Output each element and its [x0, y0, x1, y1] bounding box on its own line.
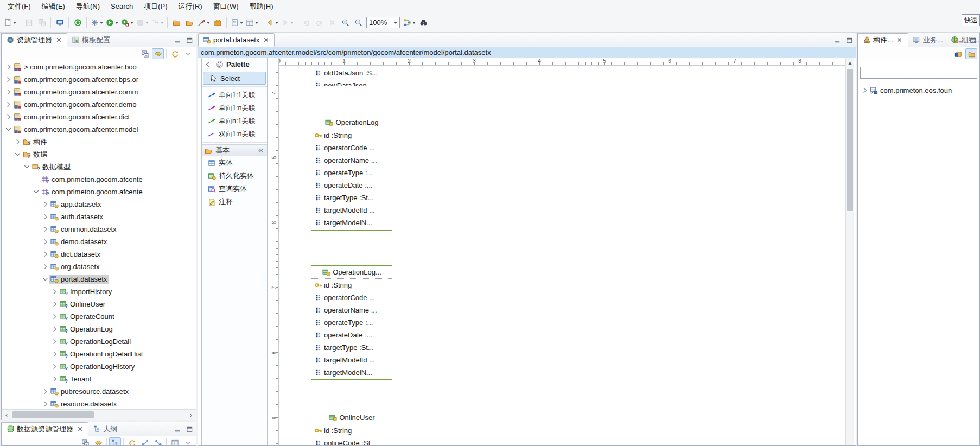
chevron-right-icon[interactable]	[50, 350, 59, 358]
hscroll-thumb[interactable]	[12, 411, 94, 418]
new-button[interactable]	[2, 16, 17, 29]
canvas-vscrollbar[interactable]: ▲	[845, 58, 854, 445]
deploy-button[interactable]	[196, 16, 211, 29]
chevron-right-icon[interactable]	[41, 213, 49, 221]
open-form-button[interactable]	[244, 16, 259, 29]
right-tab-0[interactable]: 构件...	[858, 33, 908, 47]
chevron-right-icon[interactable]	[41, 263, 49, 271]
palette-tool-0[interactable]: 实体	[202, 156, 267, 169]
back-button[interactable]	[92, 437, 104, 446]
new-datasource-button[interactable]	[126, 437, 138, 446]
dropdown-caret-icon[interactable]	[275, 22, 278, 26]
relation-tool-0[interactable]: 单向1:1关联	[202, 88, 267, 101]
menu-item-help[interactable]: 帮助(H)	[244, 0, 279, 13]
zoom-level-select[interactable]: 100%	[366, 17, 400, 28]
view-menu-button[interactable]	[182, 437, 194, 446]
tree-item[interactable]: ?com.primeton.gocom.afcente	[2, 186, 196, 198]
chevron-down-icon[interactable]	[13, 150, 22, 158]
right-tab-1[interactable]: 业务...	[908, 33, 947, 47]
chevron-down-icon[interactable]	[31, 188, 40, 196]
collapse-palette-icon[interactable]	[204, 60, 212, 68]
entity-OnlineUser[interactable]: OnlineUserid :StringonlineCode :St	[311, 411, 392, 445]
dropdown-caret-icon[interactable]	[240, 22, 243, 26]
close-x-icon[interactable]	[54, 36, 63, 44]
chevron-right-icon[interactable]	[50, 288, 59, 296]
select-tool[interactable]: Select	[203, 72, 266, 85]
max-icon[interactable]	[845, 36, 854, 44]
connect-button[interactable]	[139, 437, 151, 446]
tree-item[interactable]: common.datasetx	[2, 223, 196, 235]
tree-item[interactable]: ?Tenant	[2, 373, 196, 385]
tree-item[interactable]: dict.datasetx	[2, 248, 196, 260]
tree-item[interactable]: ?com.primeton.gocom.afcente	[2, 173, 196, 186]
layout-button[interactable]	[402, 16, 417, 29]
chevron-right-icon[interactable]	[13, 138, 22, 146]
scroll-up-icon[interactable]: ▲	[846, 58, 854, 67]
chevron-right-icon[interactable]	[41, 387, 49, 396]
tree-item[interactable]: ?ImportHistory	[2, 285, 196, 298]
back-button[interactable]	[264, 16, 279, 29]
tree-item[interactable]: > com.primeton.gocom.afcenter.boo	[2, 61, 196, 73]
palette-tool-2[interactable]: 查询实体	[202, 182, 267, 195]
menu-item-navigate[interactable]: 导航(N)	[71, 0, 105, 13]
chevron-right-icon[interactable]	[4, 113, 12, 121]
import-package-button[interactable]	[952, 48, 964, 59]
quick-access-button[interactable]: 快速	[962, 14, 980, 26]
explorer-hscrollbar[interactable]: ‹ ›	[2, 409, 196, 420]
refresh-button[interactable]	[169, 48, 181, 59]
tree-item[interactable]: ?OperateCount	[2, 310, 196, 323]
min-icon[interactable]	[173, 36, 182, 44]
dropdown-caret-icon[interactable]	[145, 22, 149, 26]
chevron-right-icon[interactable]	[41, 225, 49, 233]
chevron-right-icon[interactable]	[4, 75, 12, 84]
dropdown-caret-icon[interactable]	[290, 22, 294, 26]
datasource-tab-0[interactable]: 数据源资源管理器	[2, 422, 88, 436]
task-list-button[interactable]	[229, 16, 244, 29]
tree-item[interactable]: ?OperationLogDetailHist	[2, 348, 196, 360]
link-with-editor-button[interactable]	[152, 48, 164, 59]
palette-tool-3[interactable]: 注释	[202, 195, 267, 208]
tree-item[interactable]: pubresource.datasetx	[2, 385, 196, 398]
tree-item[interactable]: ?数据	[2, 148, 196, 161]
dropdown-caret-icon[interactable]	[100, 22, 103, 26]
zoom-out-button[interactable]	[352, 16, 365, 29]
relation-tool-2[interactable]: 单向n:1关联	[202, 114, 267, 128]
tree-item[interactable]: ?com.primeton.eos.foun	[858, 84, 979, 97]
chevron-right-icon[interactable]	[41, 238, 49, 246]
collapse-section-icon[interactable]	[257, 146, 265, 155]
chevron-right-icon[interactable]	[41, 400, 49, 408]
tree-item[interactable]: demo.datasetx	[2, 235, 196, 248]
datasource-tab-1[interactable]: 大纲	[88, 422, 121, 436]
explorer-tab-0[interactable]: 资源管理器	[2, 33, 67, 47]
entity-OperationLog[interactable]: OperationLog...id :StringoperatorCode ..…	[311, 265, 392, 380]
menu-item-search[interactable]: Search	[105, 0, 138, 13]
tree-item[interactable]: ?构件	[2, 136, 196, 148]
breadcrumb[interactable]: com.primeton.gocom.afcenter.model/src/co…	[198, 47, 856, 58]
package-button[interactable]	[211, 16, 224, 29]
debug-button[interactable]	[89, 16, 104, 29]
chevron-right-icon[interactable]	[41, 250, 49, 258]
entity-OperationLog[interactable]: OperationLogid :StringoperatorCode ...op…	[311, 116, 392, 231]
chevron-right-icon[interactable]	[50, 325, 59, 333]
tree-item[interactable]: app.datasetx	[2, 198, 196, 211]
tree-item[interactable]: auth.datasetx	[2, 211, 196, 223]
entity-clipped-top[interactable]: oldDataJson :S...newDataJson	[311, 67, 392, 86]
package-view-button[interactable]	[965, 48, 977, 59]
dropdown-caret-icon[interactable]	[255, 22, 258, 26]
tree-item[interactable]: ?OperationLog	[2, 323, 196, 335]
max-icon[interactable]	[185, 36, 194, 44]
scroll-left-icon[interactable]: ‹	[2, 410, 11, 420]
chevron-right-icon[interactable]	[50, 313, 59, 321]
close-x-icon[interactable]	[75, 425, 84, 434]
tree-item[interactable]: ?OnlineUser	[2, 298, 196, 310]
tree-item[interactable]: com.primeton.gocom.afcenter.comm	[2, 86, 196, 98]
relation-tool-3[interactable]: 双向1:n关联	[202, 128, 267, 141]
tree-item[interactable]: com.primeton.gocom.afcenter.demo	[2, 98, 196, 111]
tree-item[interactable]: portal.datasetx	[2, 273, 196, 285]
tree-mode-button[interactable]	[109, 437, 121, 446]
min-icon[interactable]	[173, 425, 182, 434]
dropdown-caret-icon[interactable]	[115, 22, 118, 26]
menu-item-window[interactable]: 窗口(W)	[208, 0, 244, 13]
menu-item-project[interactable]: 项目(P)	[138, 0, 173, 13]
dropdown-caret-icon[interactable]	[13, 22, 16, 26]
